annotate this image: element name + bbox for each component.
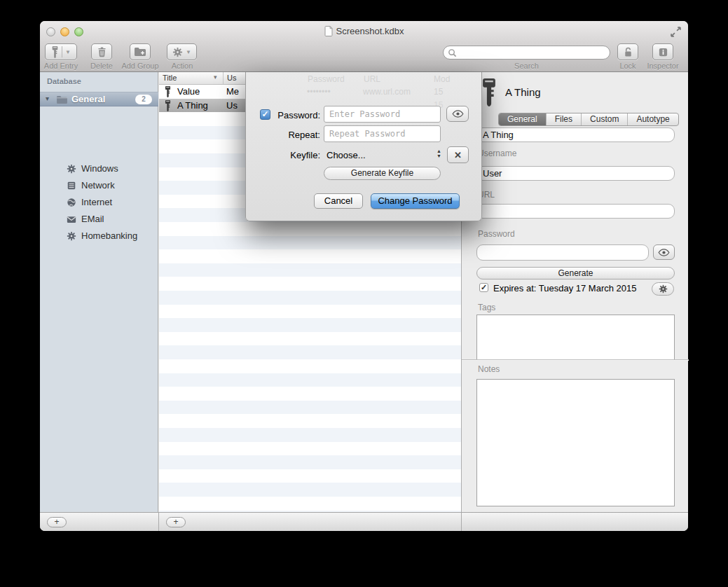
inspector-label: Inspector [642,62,684,70]
folder-plus-icon [134,47,146,57]
password-field[interactable] [476,244,649,261]
dialog-password-input[interactable] [324,106,441,123]
add-entry-label: Add Entry [41,62,81,70]
generate-button[interactable]: Generate [476,267,675,279]
info-icon [658,47,668,57]
column-header-username[interactable]: Us [227,74,236,82]
lock-open-icon [623,47,633,57]
eye-icon [452,110,464,118]
faint-modified-value: 15 [434,87,443,97]
generate-keyfile-button[interactable]: Generate Keyfile [324,167,441,180]
gear-icon [67,231,76,241]
button-separator [62,46,62,57]
title-field[interactable] [476,127,675,142]
key-icon [165,86,171,97]
search-input[interactable] [443,46,610,60]
sidebar-item-homebanking[interactable]: Homebanking [40,228,158,244]
sidebar-item-internet[interactable]: Internet [40,194,158,211]
sidebar-header: Database [47,77,81,85]
inspector-button[interactable] [652,43,673,60]
sidebar-item-windows[interactable]: Windows [40,160,158,177]
inspector-panel: A Thing General Files Custom Autotype Us… [461,72,688,512]
column-divider[interactable] [223,72,224,84]
dialog-reveal-password-button[interactable] [446,106,469,122]
key-icon [51,46,59,58]
tab-general[interactable]: General [499,113,547,125]
notes-box[interactable] [476,379,675,506]
action-button[interactable]: ▼ [167,43,197,60]
add-group-button[interactable] [130,43,151,60]
sidebar-item-label: Homebanking [81,230,137,241]
reveal-password-button[interactable] [653,244,675,260]
inspector-tabs: General Files Custom Autotype [498,113,679,126]
search-label: Search [443,62,610,70]
notes-label: Notes [478,364,500,374]
change-password-dialog: Password URL Mod •••••••• www.url.com 15… [245,72,482,221]
app-window: Screenshot.kdbx ▼ Add Entry Delete Add G… [40,21,688,531]
search-icon [448,48,457,57]
add-entry-footer-button[interactable]: + [166,517,186,527]
lock-button[interactable] [617,43,638,60]
gear-icon [67,164,76,174]
sidebar: Database ▾ General 2 Windows Network Int… [40,72,158,512]
sidebar-group-general[interactable]: ▾ General 2 [40,92,158,106]
sidebar-item-label: Windows [81,163,118,174]
cancel-button[interactable]: Cancel [314,193,363,209]
keyfile-stepper-icon[interactable]: ▲▼ [437,149,441,158]
sidebar-item-email[interactable]: EMail [40,211,158,228]
tags-label: Tags [478,303,495,312]
action-label: Action [167,62,197,70]
sidebar-item-label: Network [81,180,115,191]
expires-checkbox[interactable]: ✓ [479,283,488,292]
folder-icon [56,95,68,104]
faint-url-value: www.url.com [363,87,411,97]
document-icon [324,26,333,36]
clear-keyfile-button[interactable]: ✕ [447,146,469,163]
faint-password-dots: •••••••• [307,87,331,97]
trash-icon [97,46,107,57]
faint-password-header: Password [308,74,345,84]
keyfile-popup-button[interactable]: Choose... [327,150,366,160]
footer-divider [461,513,462,531]
dialog-repeat-input[interactable] [324,125,441,142]
tab-custom[interactable]: Custom [582,113,628,125]
sidebar-item-label: EMail [81,214,104,224]
faint-modified-header: Mod [434,74,450,84]
add-group-footer-button[interactable]: + [47,517,67,527]
add-entry-button[interactable]: ▼ [45,43,77,60]
titlebar[interactable]: Screenshot.kdbx [40,21,688,42]
server-icon [67,181,76,191]
expires-settings-button[interactable] [652,282,674,296]
tab-files[interactable]: Files [547,113,582,125]
url-field[interactable] [476,204,675,219]
username-label: Username [478,149,516,158]
eye-icon [658,249,670,256]
change-password-button[interactable]: Change Password [371,193,460,209]
dialog-keyfile-label: Keyfile: [246,150,320,160]
username-field[interactable] [476,166,675,181]
footer-divider [158,513,159,531]
expires-label: Expires at: Tuesday 17 March 2015 [493,283,637,294]
key-icon [481,78,497,106]
fullscreen-icon[interactable] [671,27,681,37]
dialog-repeat-label: Repeat: [246,130,320,140]
tab-autotype[interactable]: Autotype [628,113,678,125]
section-divider [462,359,689,360]
sidebar-item-label: Internet [81,197,112,207]
toolbar: ▼ Add Entry Delete Add Group ▼ Action Se… [40,42,688,72]
delete-label: Delete [88,62,116,70]
dialog-password-label: Password: [246,110,320,120]
tags-box[interactable] [476,315,675,360]
delete-button[interactable] [91,43,112,60]
sidebar-item-network[interactable]: Network [40,177,158,194]
cell-title: Value [177,86,200,97]
column-header-title[interactable]: Title [163,74,177,82]
inspector-entry-title: A Thing [505,86,541,98]
faint-url-header: URL [364,74,380,84]
chevron-down-icon: ▼ [65,49,71,55]
gear-icon [659,284,668,294]
sidebar-group-badge: 2 [135,95,152,104]
cell-username: Us [226,100,238,111]
disclosure-triangle-icon[interactable]: ▾ [46,95,49,102]
password-label: Password [478,229,515,239]
